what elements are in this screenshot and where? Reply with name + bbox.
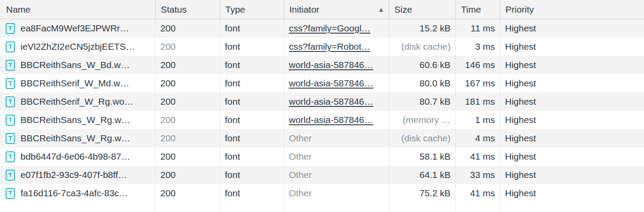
table-row[interactable]: T bdb6447d-6e06-4b98-87… 200 font Other …	[0, 147, 644, 166]
request-name: ieVl2ZhZI2eCN5jzbjEETS…	[20, 41, 135, 52]
size-value: (disk cache)	[401, 133, 451, 144]
initiator-link[interactable]: world-asia-587846…	[289, 78, 373, 89]
initiator-cell: css?family=Googl…	[284, 19, 389, 38]
request-name: BBCReithSans_W_Rg.w…	[20, 133, 130, 144]
name-cell[interactable]: T e07f1fb2-93c9-407f-b8ff…	[0, 166, 156, 184]
priority-cell: Highest	[500, 92, 644, 111]
column-header-size-label: Size	[394, 4, 412, 15]
table-body: T ea8FacM9Wef3EJPWRr… 200 font css?famil…	[0, 19, 644, 212]
table-row[interactable]: T e07f1fb2-93c9-407f-b8ff… 200 font Othe…	[0, 166, 644, 184]
request-type: font	[225, 41, 240, 52]
priority-value: Highest	[505, 60, 536, 70]
initiator-cell: Other	[284, 166, 389, 184]
time-cell: 181 ms	[456, 92, 500, 111]
request-type: font	[225, 133, 240, 144]
request-name: ea8FacM9Wef3EJPWRr…	[20, 23, 129, 34]
name-cell[interactable]: T BBCReithSans_W_Rg.w…	[0, 111, 156, 129]
priority-cell: Highest	[500, 166, 644, 184]
priority-cell: Highest	[500, 19, 644, 38]
initiator-link[interactable]: css?family=Robot…	[289, 41, 370, 52]
name-cell[interactable]: T bdb6447d-6e06-4b98-87…	[0, 147, 156, 166]
time-cell: 41 ms	[456, 147, 500, 166]
status-cell: 200	[156, 56, 220, 74]
initiator-link[interactable]: world-asia-587846…	[289, 60, 373, 70]
type-cell: font	[220, 166, 284, 184]
status-cell: 200	[156, 111, 220, 129]
request-name: fa16d116-7ca3-4afc-83c…	[20, 188, 128, 198]
size-cell: 58.1 kB	[389, 147, 456, 166]
initiator-link[interactable]: css?family=Googl…	[289, 23, 370, 34]
table-row[interactable]: T BBCReithSerif_W_Md.w… 200 font world-a…	[0, 74, 644, 92]
table-row[interactable]: T ieVl2ZhZI2eCN5jzbjEETS… 200 font css?f…	[0, 38, 644, 56]
time-value: 4 ms	[475, 133, 495, 144]
name-cell[interactable]: T BBCReithSans_W_Rg.w…	[0, 129, 156, 147]
initiator-cell: world-asia-587846…	[284, 111, 389, 129]
table-row[interactable]: T BBCReithSerif_W_Rg.wo… 200 font world-…	[0, 92, 644, 111]
type-cell: font	[220, 56, 284, 74]
table-row[interactable]: T ea8FacM9Wef3EJPWRr… 200 font css?famil…	[0, 19, 644, 38]
size-value: 58.1 kB	[420, 151, 451, 162]
priority-cell: Highest	[500, 129, 644, 147]
time-value: 181 ms	[465, 96, 495, 107]
request-type: font	[225, 60, 240, 70]
column-header-time[interactable]: Time	[456, 0, 500, 19]
name-cell[interactable]: T BBCReithSerif_W_Rg.wo…	[0, 92, 156, 111]
column-header-time-label: Time	[461, 4, 481, 15]
priority-value: Highest	[505, 133, 536, 144]
name-cell[interactable]: T BBCReithSans_W_Bd.w…	[0, 56, 156, 74]
table-filler	[0, 202, 644, 212]
name-cell[interactable]: T ieVl2ZhZI2eCN5jzbjEETS…	[0, 38, 156, 56]
time-cell: 33 ms	[456, 166, 500, 184]
table-header-row: Name Status Type Initiator ▲ Size Time P…	[0, 0, 644, 19]
size-cell: 75.2 kB	[389, 184, 456, 202]
time-cell: 146 ms	[456, 56, 500, 74]
name-cell[interactable]: T BBCReithSerif_W_Md.w…	[0, 74, 156, 92]
column-header-priority[interactable]: Priority	[500, 0, 644, 19]
initiator-text: Other	[289, 170, 312, 180]
column-header-type[interactable]: Type	[220, 0, 284, 19]
time-cell: 3 ms	[456, 38, 500, 56]
initiator-link[interactable]: world-asia-587846…	[289, 115, 373, 125]
font-file-icon: T	[6, 188, 15, 199]
status-code: 200	[160, 78, 176, 89]
size-value: (memory …	[403, 115, 451, 125]
size-value: 80.7 kB	[420, 96, 451, 107]
column-header-name[interactable]: Name	[0, 0, 156, 19]
size-value: 80.0 kB	[420, 78, 451, 89]
request-name: bdb6447d-6e06-4b98-87…	[20, 151, 130, 162]
time-cell: 1 ms	[456, 111, 500, 129]
type-cell: font	[220, 19, 284, 38]
priority-value: Highest	[505, 170, 536, 180]
table-row[interactable]: T BBCReithSans_W_Rg.w… 200 font Other (d…	[0, 129, 644, 147]
size-cell: 80.0 kB	[389, 74, 456, 92]
request-name: e07f1fb2-93c9-407f-b8ff…	[20, 170, 127, 180]
status-code: 200	[160, 41, 176, 52]
size-cell: 80.7 kB	[389, 92, 456, 111]
table-row[interactable]: T fa16d116-7ca3-4afc-83c… 200 font Other…	[0, 184, 644, 202]
type-cell: font	[220, 74, 284, 92]
font-file-icon: T	[6, 96, 15, 107]
initiator-cell: Other	[284, 184, 389, 202]
font-file-icon: T	[6, 133, 15, 144]
name-cell[interactable]: T ea8FacM9Wef3EJPWRr…	[0, 19, 156, 38]
initiator-cell: world-asia-587846…	[284, 74, 389, 92]
column-header-size[interactable]: Size	[389, 0, 456, 19]
status-cell: 200	[156, 74, 220, 92]
table-row[interactable]: T BBCReithSans_W_Bd.w… 200 font world-as…	[0, 56, 644, 74]
status-cell: 200	[156, 184, 220, 202]
type-cell: font	[220, 184, 284, 202]
type-cell: font	[220, 111, 284, 129]
initiator-link[interactable]: world-asia-587846…	[289, 96, 373, 107]
column-header-initiator[interactable]: Initiator ▲	[284, 0, 389, 19]
request-type: font	[225, 170, 240, 180]
size-value: 60.6 kB	[420, 60, 451, 70]
column-header-status[interactable]: Status	[156, 0, 220, 19]
name-cell[interactable]: T fa16d116-7ca3-4afc-83c…	[0, 184, 156, 202]
type-cell: font	[220, 147, 284, 166]
type-cell: font	[220, 38, 284, 56]
priority-cell: Highest	[500, 38, 644, 56]
font-file-icon: T	[6, 23, 15, 34]
size-cell: (disk cache)	[389, 38, 456, 56]
status-cell: 200	[156, 92, 220, 111]
table-row[interactable]: T BBCReithSans_W_Rg.w… 200 font world-as…	[0, 111, 644, 129]
